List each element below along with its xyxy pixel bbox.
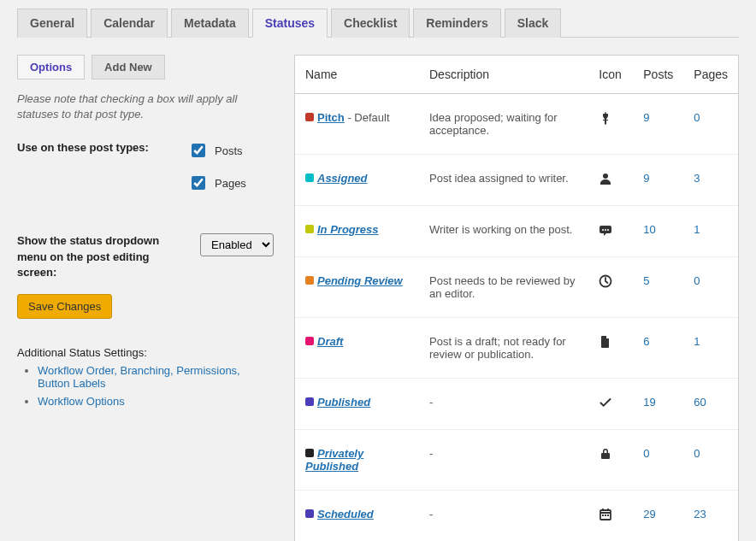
table-row: Published-1960 (295, 379, 738, 430)
table-row: Privately Published-00 (295, 430, 738, 491)
checkbox-pages-input[interactable] (192, 176, 205, 190)
pages-count: 23 (683, 491, 738, 542)
tab-checklist[interactable]: Checklist (331, 9, 410, 38)
tab-calendar[interactable]: Calendar (91, 9, 168, 38)
posts-count-link[interactable]: 5 (643, 274, 649, 287)
status-description: - (419, 430, 588, 491)
status-name-link[interactable]: Pending Review (317, 274, 403, 287)
status-color-swatch (305, 509, 314, 518)
subtab-add-new[interactable]: Add New (92, 55, 165, 79)
status-description: Writer is working on the post. (419, 206, 588, 257)
dropdown-label: Show the status dropdown menu on the pos… (17, 233, 186, 280)
checkbox-pages[interactable]: Pages (188, 173, 274, 192)
pages-count-link[interactable]: 0 (694, 274, 700, 287)
pages-count-link[interactable]: 1 (694, 335, 700, 348)
tab-reminders[interactable]: Reminders (413, 9, 500, 38)
settings-note: Please note that checking a box will app… (17, 91, 274, 122)
th-description[interactable]: Description (419, 56, 588, 94)
tab-metadata[interactable]: Metadata (171, 9, 249, 38)
subtab-options[interactable]: Options (17, 55, 85, 79)
check-icon (588, 379, 633, 430)
posts-count: 10 (633, 206, 683, 257)
status-description: - (419, 379, 588, 430)
status-dropdown-select[interactable]: Enabled (200, 233, 274, 256)
pages-count: 1 (683, 318, 738, 379)
user-icon (588, 155, 633, 206)
posts-count-link[interactable]: 10 (643, 223, 655, 236)
posts-count-link[interactable]: 9 (643, 172, 649, 185)
status-table: Name Description Icon Posts Pages Pitch … (295, 56, 738, 541)
th-pages[interactable]: Pages (683, 56, 738, 94)
posts-count-link[interactable]: 29 (643, 508, 655, 520)
status-color-swatch (305, 113, 314, 121)
status-description: - (419, 491, 588, 542)
additional-settings-heading: Additional Status Settings: (17, 346, 274, 359)
posts-count: 0 (633, 430, 683, 491)
status-name-link[interactable]: Draft (317, 335, 343, 348)
settings-panel: Options Add New Please note that checkin… (17, 55, 274, 541)
th-icon[interactable]: Icon (588, 56, 633, 94)
pages-count: 0 (683, 430, 738, 491)
status-name-link[interactable]: Pitch (317, 111, 345, 124)
pages-count: 1 (683, 206, 738, 257)
additional-link-anchor[interactable]: Workflow Options (38, 395, 125, 408)
tab-statuses[interactable]: Statuses (252, 9, 328, 38)
posts-count: 6 (633, 318, 683, 379)
table-row: Pending ReviewPost needs to be reviewed … (295, 257, 738, 318)
post-types-label: Use on these post types: (17, 141, 188, 154)
posts-count-link[interactable]: 9 (643, 111, 649, 124)
subtabs: Options Add New (17, 55, 274, 79)
status-color-swatch (305, 449, 314, 457)
pages-count-link[interactable]: 0 (694, 111, 700, 124)
posts-count-link[interactable]: 0 (643, 447, 649, 460)
status-name-link[interactable]: Published (317, 396, 370, 409)
main-tabs: GeneralCalendarMetadataStatusesChecklist… (17, 9, 739, 38)
doc-icon (588, 318, 633, 379)
checkbox-posts[interactable]: Posts (188, 141, 274, 160)
posts-count: 5 (633, 257, 683, 318)
pages-count: 60 (683, 379, 738, 430)
pages-count-link[interactable]: 0 (694, 447, 700, 460)
tab-slack[interactable]: Slack (505, 9, 562, 38)
pages-count-link[interactable]: 3 (694, 172, 700, 185)
posts-count: 19 (633, 379, 683, 430)
status-name-link[interactable]: Scheduled (317, 508, 374, 520)
status-name-link[interactable]: Assigned (317, 172, 368, 185)
pages-count-link[interactable]: 60 (694, 396, 706, 409)
tab-general[interactable]: General (17, 9, 87, 38)
status-table-panel: Name Description Icon Posts Pages Pitch … (294, 55, 739, 541)
pages-count-link[interactable]: 1 (694, 223, 700, 236)
status-description: Post idea assigned to writer. (419, 155, 588, 206)
table-row: Scheduled-2923 (295, 491, 738, 542)
status-color-swatch (305, 173, 314, 182)
pages-count-link[interactable]: 23 (694, 508, 706, 520)
status-color-swatch (305, 225, 314, 233)
status-description: Idea proposed; waiting for acceptance. (419, 94, 588, 155)
status-name-link[interactable]: In Progress (317, 223, 379, 236)
pin-icon (588, 94, 633, 155)
checkbox-posts-input[interactable] (192, 144, 205, 157)
status-name-link[interactable]: Privately Published (305, 447, 363, 473)
posts-count: 9 (633, 94, 683, 155)
status-name-cell: Scheduled (295, 491, 419, 542)
table-row: In ProgressWriter is working on the post… (295, 206, 738, 257)
th-name[interactable]: Name (295, 56, 419, 94)
save-changes-button[interactable]: Save Changes (17, 294, 112, 319)
status-name-cell: Draft (295, 318, 419, 379)
calendar-icon (588, 491, 633, 542)
pages-count: 0 (683, 94, 738, 155)
status-name-cell: In Progress (295, 206, 419, 257)
additional-settings-list: Workflow Order, Branching, Permissions, … (17, 364, 274, 408)
pages-count: 3 (683, 155, 738, 206)
status-name-cell: Published (295, 379, 419, 430)
posts-count-link[interactable]: 19 (643, 396, 655, 409)
posts-count-link[interactable]: 6 (643, 335, 649, 348)
pages-count: 0 (683, 257, 738, 318)
clock-icon (588, 257, 633, 318)
default-tag: - Default (345, 111, 390, 124)
th-posts[interactable]: Posts (633, 56, 683, 94)
additional-link-anchor[interactable]: Workflow Order, Branching, Permissions, … (38, 364, 240, 390)
additional-link: Workflow Options (38, 395, 274, 408)
chat-icon (588, 206, 633, 257)
status-color-swatch (305, 337, 314, 345)
